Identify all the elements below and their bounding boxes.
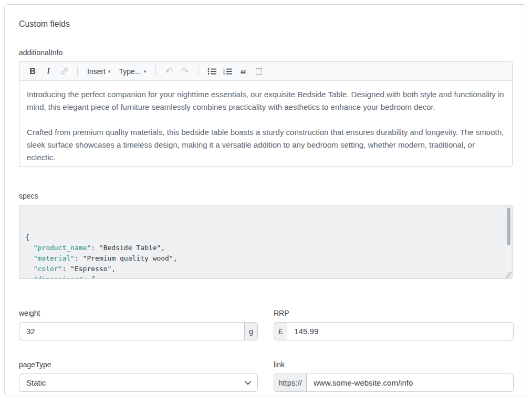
rrp-input[interactable] [287,322,514,340]
insert-dropdown-label: Insert [87,67,106,76]
blockquote-icon[interactable]: “ [236,65,250,78]
undo-icon[interactable]: ↶ [162,65,176,78]
toolbar-separator [155,66,156,77]
specs-scrollbar-thumb[interactable] [507,208,510,245]
specs-code-editor[interactable]: { "product_name": "Bedside Table", "mate… [19,205,513,279]
type-dropdown-label: Type... [119,67,141,76]
specs-scrollbar[interactable] [506,206,511,277]
rrp-field-group: RRP £ [274,309,514,340]
link-input[interactable] [307,374,514,392]
page-type-label: pageType [19,360,258,369]
weight-input[interactable] [19,322,244,340]
redo-icon[interactable]: ↷ [178,65,192,78]
link-label: link [274,360,514,369]
custom-fields-panel: Custom fields additionalInfo B I Insert … [4,4,527,397]
protocol-addon: https:// [274,374,307,392]
dashed-square-icon [256,68,262,75]
svg-text:3: 3 [223,72,225,75]
bold-button[interactable]: B [26,65,39,78]
weight-label: weight [19,309,258,317]
editor-paragraph: Crafted from premium quality materials, … [27,126,505,164]
weight-field-group: weight g [19,309,258,340]
additional-info-label: additionalInfo [19,48,513,57]
specs-code-lines: { "product_name": "Bedside Table", "mate… [25,232,499,279]
panel-title: Custom fields [19,19,513,29]
resize-handle-icon[interactable] [506,272,512,278]
specs-label: specs [19,192,513,200]
link-field-group: link https:// [274,360,514,392]
chevron-down-icon: ▾ [144,69,147,74]
bullet-list-icon[interactable] [205,65,218,78]
rte-toolbar: B I Insert ▾ Type... ▾ ↶ ↷ [19,62,512,81]
rich-text-editor: B I Insert ▾ Type... ▾ ↶ ↷ [19,61,513,167]
weight-unit-addon: g [244,322,258,340]
page-type-field-group: pageType Static [19,360,258,392]
insert-dropdown[interactable]: Insert ▾ [84,65,114,78]
numbered-list-icon[interactable]: 1 2 3 [221,65,234,78]
currency-addon: £ [274,322,287,340]
type-dropdown[interactable]: Type... ▾ [116,65,150,78]
toolbar-separator [77,66,78,77]
editor-paragraph: Introducing the perfect companion for yo… [27,88,505,113]
chevron-down-icon: ▾ [108,69,111,74]
embed-block-icon[interactable] [252,65,266,78]
italic-button[interactable]: I [41,65,55,78]
rrp-label: RRP [274,309,514,317]
page-type-select[interactable]: Static [19,374,258,392]
toolbar-separator [198,66,199,77]
link-icon[interactable] [57,65,71,78]
rte-content[interactable]: Introducing the perfect companion for yo… [19,81,512,167]
